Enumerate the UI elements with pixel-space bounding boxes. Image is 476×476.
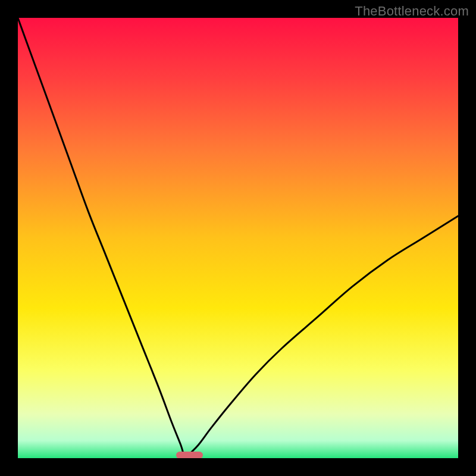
chart-frame: TheBottleneck.com: [0, 0, 476, 476]
plot-area: [18, 18, 458, 458]
bottleneck-curve: [18, 18, 458, 458]
watermark-text: TheBottleneck.com: [355, 4, 469, 19]
minimum-marker: [176, 452, 202, 458]
